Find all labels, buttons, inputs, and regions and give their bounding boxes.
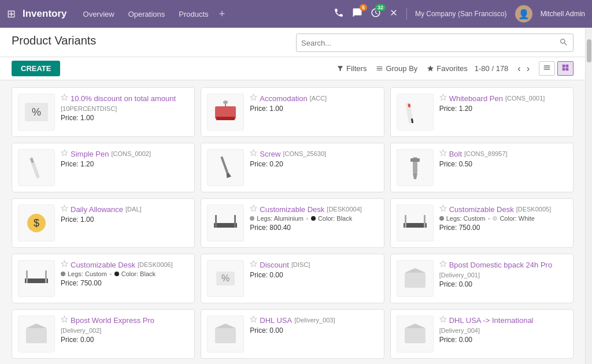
svg-rect-23 [424,215,426,228]
svg-text:%: % [32,106,41,118]
product-attributes: Legs: Custom●Color: White [439,215,567,222]
toolbar: CREATE Filters Group By Favorites 1-80 /… [0,57,585,80]
phone-icon[interactable] [334,8,344,21]
favorite-star-icon[interactable] [61,205,68,214]
product-price: Price: 0.00 [61,336,188,344]
product-card[interactable]: Bpost Domestic bpack 24h Pro[Delivery_00… [390,254,574,303]
attribute-label: Legs: Aluminium [257,215,304,222]
product-name: Daily Allowance [71,205,123,214]
product-card[interactable]: DHL USA[Delivery_003]Price: 0.00 [201,309,384,359]
next-page-button[interactable]: › [524,62,532,75]
user-name[interactable]: Mitchell Admin [541,10,585,18]
page-title: Product Variants [12,34,96,52]
product-card[interactable]: DHL USA -> International[Delivery_004]Pr… [390,309,574,359]
product-thumbnail [18,149,55,186]
product-info: Screw[CONS_25630]Price: 0.20 [250,149,378,168]
product-name: Customizable Desk [71,261,135,269]
nav-operations[interactable]: Operations [124,8,170,21]
favorite-star-icon[interactable] [61,94,68,103]
product-name: Simple Pen [71,150,109,158]
favorite-star-icon[interactable] [439,315,447,325]
product-info: DHL USA -> International[Delivery_004]Pr… [439,315,567,344]
company-name[interactable]: My Company (San Francisco) [415,10,507,18]
svg-rect-24 [25,278,48,283]
favorites-button[interactable]: Favorites [427,64,467,73]
product-info: Whiteboard Pen[CONS_0001]Price: 1.20 [439,94,567,113]
list-view-button[interactable] [539,61,555,76]
favorite-star-icon[interactable] [61,260,68,269]
close-icon[interactable] [389,8,398,20]
favorite-star-icon[interactable] [250,315,257,325]
product-grid: %10.0% discount on total amount[10PERCEN… [12,87,574,362]
product-card[interactable]: Customizable Desk[DESK0004]Legs: Alumini… [201,198,384,248]
scrollbar[interactable] [585,28,592,364]
nav-overview[interactable]: Overview [79,8,119,21]
filters-button[interactable]: Filters [336,64,367,73]
product-price: Price: 1.00 [250,105,378,113]
clock-icon[interactable]: 32 [371,8,381,21]
product-card[interactable]: Simple Pen[CONS_0002]Price: 1.20 [12,143,195,192]
product-card[interactable]: Accomodation[ACC]Price: 1.00 [201,87,384,137]
avatar[interactable]: 👤 [515,5,532,23]
attribute-label: Color: White [500,215,535,222]
scrollbar-thumb[interactable] [587,39,591,62]
product-thumbnail: % [207,260,244,297]
nav-products[interactable]: Products [174,8,213,21]
favorite-star-icon[interactable] [250,94,257,103]
favorite-star-icon[interactable] [250,260,257,269]
svg-text:$: $ [34,217,39,229]
create-button[interactable]: CREATE [12,61,60,76]
svg-marker-30 [405,268,426,273]
product-price: Price: 0.00 [250,271,378,279]
svg-rect-25 [26,270,28,283]
product-code: [Delivery_002] [61,327,101,334]
svg-rect-19 [215,215,217,228]
product-name: DHL USA [260,316,292,325]
svg-rect-26 [45,270,47,283]
product-info: Bpost Domestic bpack 24h Pro[Delivery_00… [439,260,567,288]
chat-icon[interactable]: 5 [352,8,362,21]
favorite-star-icon[interactable] [61,149,68,158]
product-code: [DESK0006] [138,261,173,268]
clock-badge: 32 [375,4,386,11]
favorite-star-icon[interactable] [250,149,257,158]
product-info: Customizable Desk[DESK0004]Legs: Alumini… [250,205,378,232]
favorite-star-icon[interactable] [439,94,447,103]
svg-rect-22 [405,215,406,228]
product-card[interactable]: $Daily Allowance[DAL]Price: 1.00 [12,198,195,248]
product-card[interactable]: Customizable Desk[DESK0005]Legs: Custom●… [390,198,574,248]
favorite-star-icon[interactable] [439,260,447,269]
attribute-label: Legs: Custom [68,270,107,277]
product-thumbnail [207,94,244,131]
product-card[interactable]: Whiteboard Pen[CONS_0001]Price: 1.20 [390,87,574,137]
product-code: [ACC] [310,95,327,102]
favorite-star-icon[interactable] [439,205,447,214]
product-thumbnail [397,260,434,297]
product-thumbnail [207,205,244,242]
group-by-button[interactable]: Group By [376,64,417,73]
product-code: [CONS_89957] [464,150,508,157]
product-card[interactable]: Bolt[CONS_89957]Price: 0.50 [390,143,574,192]
prev-page-button[interactable]: ‹ [515,62,523,75]
product-price: Price: 1.00 [61,114,188,122]
favorite-star-icon[interactable] [61,315,68,325]
favorite-star-icon[interactable] [250,205,257,214]
favorite-star-icon[interactable] [439,149,447,158]
product-card[interactable]: Customizable Desk[DESK0006]Legs: Custom●… [12,254,195,303]
product-info: Daily Allowance[DAL]Price: 1.00 [61,205,188,224]
product-card[interactable]: %10.0% discount on total amount[10PERCEN… [12,87,195,137]
product-code: [10PERCENTDISC] [61,105,117,112]
product-card[interactable]: Screw[CONS_25630]Price: 0.20 [201,143,384,192]
search-input[interactable] [301,39,559,47]
product-card[interactable]: %Discount[DISC]Price: 0.00 [201,254,384,303]
view-toggle [539,61,574,76]
product-thumbnail [397,149,434,186]
grid-icon[interactable]: ⊞ [7,8,16,20]
product-card[interactable]: Bpost World Express Pro[Delivery_002]Pri… [12,309,195,359]
grid-view-button[interactable] [557,61,574,76]
product-code: [DISC] [291,261,310,268]
add-menu-icon[interactable]: + [219,8,225,20]
product-name: Whiteboard Pen [449,94,503,103]
top-navigation: ⊞ Inventory Overview Operations Products… [0,0,592,28]
search-icon[interactable] [559,38,568,49]
